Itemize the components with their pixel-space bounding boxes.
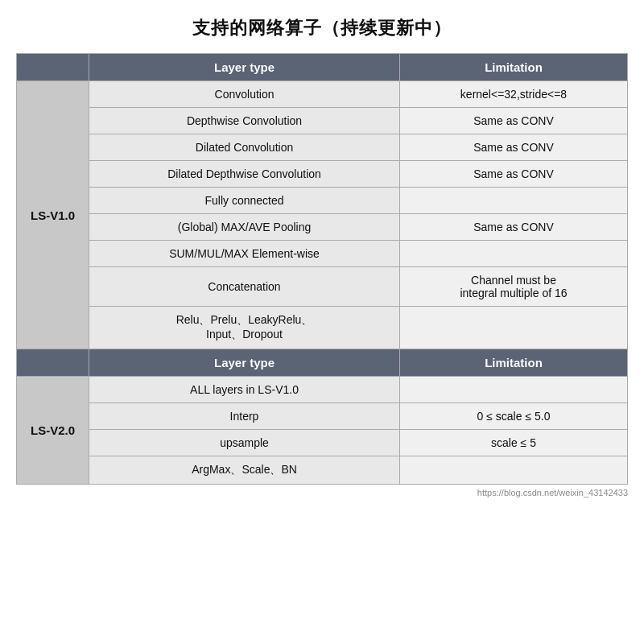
table-row: LS-V1.0Convolutionkernel<=32,stride<=8 bbox=[17, 81, 628, 108]
limitation-cell: scale ≤ 5 bbox=[400, 430, 628, 456]
table-row: LS-V2.0ALL layers in LS-V1.0 bbox=[17, 377, 628, 403]
layer-type-cell: upsample bbox=[89, 430, 400, 456]
limitation-cell bbox=[400, 188, 628, 214]
version-cell: LS-V2.0 bbox=[17, 377, 89, 485]
limitation-cell bbox=[400, 241, 628, 267]
layer-type-cell: ArgMax、Scale、BN bbox=[89, 456, 400, 485]
sep-col1 bbox=[17, 349, 89, 377]
layer-type-cell: Depthwise Convolution bbox=[89, 108, 400, 134]
sep-col3: Limitation bbox=[400, 349, 628, 377]
table-header-row: Layer type Limitation bbox=[17, 54, 628, 81]
version-cell: LS-V1.0 bbox=[17, 81, 89, 349]
table-row: Relu、Prelu、LeakyRelu、 Input、Dropout bbox=[17, 307, 628, 349]
layer-type-cell: Convolution bbox=[89, 81, 400, 108]
table-row: SUM/MUL/MAX Element-wise bbox=[17, 241, 628, 267]
limitation-cell: Same as CONV bbox=[400, 108, 628, 134]
layer-type-cell: Fully connected bbox=[89, 188, 400, 214]
limitation-cell: Same as CONV bbox=[400, 214, 628, 241]
table-row: Fully connected bbox=[17, 188, 628, 214]
main-table: Layer type Limitation LS-V1.0Convolution… bbox=[16, 53, 628, 485]
table-row: ArgMax、Scale、BN bbox=[17, 456, 628, 485]
limitation-cell: Channel must be integral multiple of 16 bbox=[400, 267, 628, 307]
limitation-cell: Same as CONV bbox=[400, 161, 628, 188]
layer-type-cell: ALL layers in LS-V1.0 bbox=[89, 377, 400, 403]
limitation-cell bbox=[400, 307, 628, 349]
table-row: (Global) MAX/AVE PoolingSame as CONV bbox=[17, 214, 628, 241]
layer-type-cell: Dilated Convolution bbox=[89, 134, 400, 161]
table-row: ConcatenationChannel must be integral mu… bbox=[17, 267, 628, 307]
col2-header: Layer type bbox=[89, 54, 400, 81]
layer-type-cell: Relu、Prelu、LeakyRelu、 Input、Dropout bbox=[89, 307, 400, 349]
limitation-cell bbox=[400, 377, 628, 403]
layer-type-cell: Concatenation bbox=[89, 267, 400, 307]
limitation-cell: 0 ≤ scale ≤ 5.0 bbox=[400, 403, 628, 430]
sep-col2: Layer type bbox=[89, 349, 400, 377]
table-row: upsamplescale ≤ 5 bbox=[17, 430, 628, 456]
page-title: 支持的网络算子（持续更新中） bbox=[192, 16, 452, 40]
limitation-cell: Same as CONV bbox=[400, 134, 628, 161]
layer-type-cell: Dilated Depthwise Convolution bbox=[89, 161, 400, 188]
limitation-cell bbox=[400, 456, 628, 485]
table-row: Dilated ConvolutionSame as CONV bbox=[17, 134, 628, 161]
col1-header bbox=[17, 54, 89, 81]
watermark: https://blog.csdn.net/weixin_43142433 bbox=[16, 488, 628, 497]
col3-header: Limitation bbox=[400, 54, 628, 81]
layer-type-cell: Interp bbox=[89, 403, 400, 430]
table-row: Depthwise ConvolutionSame as CONV bbox=[17, 108, 628, 134]
limitation-cell: kernel<=32,stride<=8 bbox=[400, 81, 628, 108]
table-row: Dilated Depthwise ConvolutionSame as CON… bbox=[17, 161, 628, 188]
layer-type-cell: SUM/MUL/MAX Element-wise bbox=[89, 241, 400, 267]
separator-header-row: Layer type Limitation bbox=[17, 349, 628, 377]
table-row: Interp0 ≤ scale ≤ 5.0 bbox=[17, 403, 628, 430]
layer-type-cell: (Global) MAX/AVE Pooling bbox=[89, 214, 400, 241]
